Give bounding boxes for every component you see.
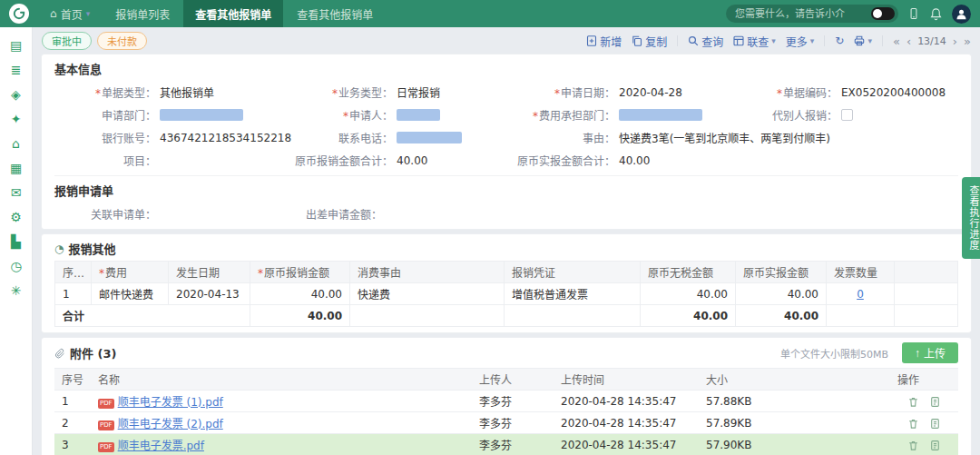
link-query-button[interactable]: 联查 ▾ bbox=[733, 34, 776, 49]
required-marker: * bbox=[343, 110, 348, 123]
cell-voucher: 增值税普通发票 bbox=[505, 283, 641, 305]
attachment-file-link[interactable]: 顺丰电子发票.pdf bbox=[118, 440, 204, 452]
status-badge-payment: 未付款 bbox=[97, 32, 147, 50]
attachment-row[interactable]: 2 PDF顺丰电子发票 (2).pdf 李多芬 2020-04-28 14:35… bbox=[54, 412, 958, 434]
copy-button[interactable]: 复制 bbox=[632, 34, 667, 49]
badge-icon[interactable]: ✦ bbox=[11, 113, 22, 125]
print-button[interactable]: ▾ bbox=[854, 35, 872, 46]
expense-row[interactable]: 1 邮件快递费 2020-04-13 40.00 快递费 增值税普通发票 40.… bbox=[55, 283, 958, 305]
document-icon[interactable]: ✉ bbox=[11, 186, 22, 199]
view-progress-tab[interactable]: 查看执行进度 bbox=[962, 177, 980, 259]
field-apply-date: *申请日期 2020-04-28 bbox=[514, 84, 736, 100]
cell-filler bbox=[895, 283, 958, 305]
chart-icon[interactable]: ▙ bbox=[11, 235, 21, 248]
masked-value bbox=[397, 132, 462, 143]
query-button-label: 查询 bbox=[701, 34, 723, 49]
diamond-icon[interactable]: ◈ bbox=[11, 88, 21, 101]
total-amount: 40.00 bbox=[250, 305, 350, 327]
field-apply-dept: 申请部门 bbox=[54, 107, 291, 123]
field-value: 40.00 bbox=[619, 154, 650, 167]
mobile-device-icon[interactable] bbox=[907, 6, 920, 21]
field-label: 业务类型 bbox=[338, 87, 382, 100]
cell-empty bbox=[827, 305, 895, 327]
proxy-checkbox[interactable] bbox=[841, 109, 853, 121]
col-header: 序号 bbox=[55, 262, 92, 283]
search-input[interactable] bbox=[735, 8, 871, 19]
invoice-count-link[interactable]: 0 bbox=[857, 288, 864, 301]
col-header: 消费事由 bbox=[350, 262, 505, 283]
pagination-next[interactable]: › bbox=[953, 35, 957, 47]
grid-icon[interactable]: ▦ bbox=[10, 162, 22, 174]
field-value: 2020-04-28 bbox=[619, 86, 682, 99]
folders-icon[interactable]: ▤ bbox=[10, 39, 22, 52]
field-empty bbox=[736, 153, 958, 168]
col-header bbox=[803, 369, 890, 391]
tab-bill-list[interactable]: 报销单列表 bbox=[103, 0, 181, 27]
upload-icon: ↑ bbox=[915, 347, 920, 360]
tab-view-other[interactable]: 查看其他报销单 bbox=[285, 0, 385, 27]
required-marker: * bbox=[554, 87, 560, 100]
preview-icon[interactable] bbox=[929, 418, 941, 430]
bell-icon[interactable] bbox=[929, 7, 943, 21]
col-header: 名称 bbox=[91, 369, 472, 391]
attachment-file-link[interactable]: 顺丰电子发票 (2).pdf bbox=[118, 418, 223, 430]
attachment-row-selected[interactable]: 3 PDF顺丰电子发票.pdf 李多芬 2020-04-28 14:35:47 … bbox=[54, 434, 958, 455]
attachments-table-header: 序号 名称 上传人 上传时间 大小 操作 bbox=[54, 369, 958, 391]
required-marker: * bbox=[258, 267, 263, 280]
attachment-file-link[interactable]: 顺丰电子发票 (1).pdf bbox=[118, 396, 223, 409]
gear-icon[interactable]: ⚙ bbox=[10, 211, 22, 223]
basic-info-title: 基本信息 bbox=[54, 54, 958, 83]
col-header: 大小 bbox=[699, 369, 803, 391]
col-header: 上传人 bbox=[472, 369, 554, 391]
col-header: 操作 bbox=[890, 369, 958, 391]
required-marker: * bbox=[99, 267, 104, 280]
expense-total-row: 合计 40.00 40.00 40.00 bbox=[55, 305, 958, 327]
pagination-prev[interactable]: ‹ bbox=[906, 35, 911, 47]
field-label: 单据类型 bbox=[102, 87, 145, 100]
field-label: 项目 bbox=[123, 155, 145, 168]
field-label: 出差申请金额 bbox=[306, 209, 371, 222]
preview-icon[interactable] bbox=[929, 396, 941, 408]
refresh-button[interactable]: ↻ bbox=[835, 35, 844, 47]
search-box[interactable] bbox=[726, 5, 898, 23]
home-module-icon[interactable]: ⌂ bbox=[12, 137, 20, 150]
query-button[interactable]: 查询 bbox=[688, 34, 723, 49]
document-toolbar: 审批中 未付款 新增 复制 查询 联查 ▾ 更多 ▾ bbox=[42, 31, 971, 51]
attachment-row[interactable]: 1 PDF顺丰电子发票 (1).pdf 李多芬 2020-04-28 14:35… bbox=[54, 391, 958, 412]
nav-home[interactable]: ⌂ 首页 ▾ bbox=[38, 0, 102, 27]
asterisk-icon[interactable]: ✳ bbox=[11, 284, 22, 297]
upload-button[interactable]: ↑ 上传 bbox=[902, 342, 958, 363]
preview-icon[interactable] bbox=[929, 440, 941, 451]
delete-icon[interactable] bbox=[907, 440, 919, 451]
delete-icon[interactable] bbox=[907, 418, 919, 430]
pagination-first[interactable]: « bbox=[893, 35, 900, 47]
field-label: 原币报销金额合计 bbox=[295, 155, 382, 168]
delete-icon[interactable] bbox=[907, 396, 919, 408]
cell-filler bbox=[803, 434, 890, 455]
cell-empty bbox=[895, 305, 958, 327]
field-doc-type: *单据类型 其他报销单 bbox=[54, 84, 291, 100]
expense-table: 序号 *费用 发生日期 *原币报销金额 消费事由 报销凭证 原币无税金额 原币实… bbox=[54, 261, 958, 327]
left-sidebar: ▤ ≣ ◈ ✦ ⌂ ▦ ✉ ⚙ ▙ ◷ ✳ bbox=[0, 27, 33, 455]
pagination-last[interactable]: » bbox=[964, 35, 971, 47]
new-button[interactable]: 新增 bbox=[586, 34, 622, 49]
total-notax: 40.00 bbox=[641, 305, 736, 327]
more-button[interactable]: 更多 ▾ bbox=[786, 34, 815, 49]
tab-view-other-active[interactable]: 查看其他报销单 bbox=[183, 0, 283, 27]
col-header: 原币无税金额 bbox=[641, 262, 736, 283]
assistant-toggle[interactable] bbox=[871, 7, 895, 20]
clock-icon[interactable]: ◷ bbox=[10, 260, 21, 272]
col-header: 报销凭证 bbox=[505, 262, 641, 283]
required-marker: * bbox=[95, 87, 101, 100]
field-label: 关联申请单 bbox=[91, 209, 145, 222]
app-logo-icon bbox=[9, 4, 29, 24]
cell-time: 2020-04-28 14:35:47 bbox=[554, 391, 699, 412]
cell-size: 57.90KB bbox=[699, 434, 803, 455]
list-icon[interactable]: ≣ bbox=[11, 64, 22, 76]
field-label: 单据编码 bbox=[783, 87, 827, 100]
field-project: 项目 bbox=[54, 153, 291, 168]
pagination: « ‹ 13/14 › » bbox=[893, 35, 971, 47]
col-header: 序号 bbox=[54, 369, 91, 391]
field-label: 原币实报金额合计 bbox=[517, 155, 604, 168]
avatar[interactable] bbox=[952, 5, 971, 24]
